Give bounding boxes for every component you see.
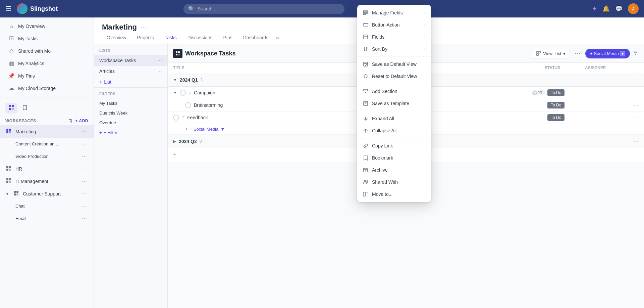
shared-with-label: Shared With [372, 179, 426, 185]
sort-by-icon [363, 46, 369, 52]
menu-item-collapse-all[interactable]: Collapse All [357, 125, 431, 137]
menu-item-button-action[interactable]: Button Action › [357, 19, 431, 31]
archive-label: Archive [372, 167, 426, 173]
menu-item-add-section[interactable]: Add Section [357, 85, 431, 97]
manage-fields-label: Manage Fields [372, 10, 421, 15]
context-menu: Manage Fields › Button Action › Fields ›… [357, 5, 431, 202]
menu-item-shared-with[interactable]: Shared With [357, 176, 431, 188]
collapse-all-icon [363, 128, 369, 134]
svg-rect-46 [363, 192, 365, 196]
menu-item-save-default[interactable]: Save as Default View [357, 58, 431, 70]
button-action-arrow: › [424, 23, 426, 27]
menu-divider-4 [357, 138, 431, 138]
menu-divider-3 [357, 111, 431, 111]
save-default-icon [363, 61, 369, 67]
svg-rect-39 [364, 101, 368, 105]
sort-by-arrow: › [424, 47, 426, 51]
context-menu-overlay[interactable] [0, 0, 644, 308]
shared-with-icon [363, 179, 369, 185]
save-template-label: Save as Template [372, 101, 426, 106]
svg-rect-29 [363, 11, 368, 12]
move-to-icon [363, 191, 369, 197]
bookmark-icon [363, 155, 369, 161]
reset-default-label: Reset to Default View [372, 74, 426, 79]
svg-rect-31 [363, 14, 366, 15]
svg-rect-33 [364, 35, 368, 39]
copy-link-icon [363, 143, 369, 149]
svg-rect-36 [364, 89, 368, 91]
collapse-all-label: Collapse All [372, 128, 426, 133]
menu-divider-2 [357, 84, 431, 84]
menu-item-save-template[interactable]: Save as Template [357, 97, 431, 109]
save-default-label: Save as Default View [372, 61, 426, 67]
svg-rect-32 [363, 24, 368, 26]
fields-label: Fields [372, 34, 421, 40]
button-action-icon [363, 22, 369, 28]
bookmark-label: Bookmark [372, 155, 426, 161]
add-section-icon [363, 88, 369, 94]
expand-all-icon [363, 116, 369, 122]
move-to-label: Move to... [372, 191, 426, 197]
reset-default-icon [363, 73, 369, 79]
menu-item-expand-all[interactable]: Expand All [357, 113, 431, 125]
menu-divider-1 [357, 56, 431, 57]
expand-all-label: Expand All [372, 116, 426, 121]
menu-item-bookmark[interactable]: Bookmark [357, 152, 431, 164]
menu-item-sort-by[interactable]: Sort By › [357, 43, 431, 55]
fields-arrow: › [424, 35, 426, 39]
svg-point-45 [367, 180, 368, 182]
menu-item-fields[interactable]: Fields › [357, 31, 431, 43]
button-action-label: Button Action [372, 22, 421, 28]
svg-rect-47 [366, 192, 368, 196]
sort-by-label: Sort By [372, 46, 421, 52]
fields-icon [363, 34, 369, 40]
menu-item-archive[interactable]: Archive [357, 164, 431, 176]
manage-fields-icon [363, 10, 369, 16]
save-template-icon [363, 100, 369, 106]
menu-item-copy-link[interactable]: Copy Link [357, 140, 431, 152]
add-section-label: Add Section [372, 89, 426, 94]
manage-fields-arrow: › [424, 10, 426, 15]
svg-point-44 [364, 180, 366, 182]
menu-item-manage-fields[interactable]: Manage Fields › [357, 7, 431, 19]
archive-icon [363, 167, 369, 173]
menu-item-reset-default[interactable]: Reset to Default View [357, 70, 431, 82]
copy-link-label: Copy Link [372, 143, 426, 148]
menu-item-move-to[interactable]: Move to... [357, 188, 431, 200]
svg-rect-42 [363, 168, 368, 169]
svg-rect-30 [363, 12, 368, 13]
